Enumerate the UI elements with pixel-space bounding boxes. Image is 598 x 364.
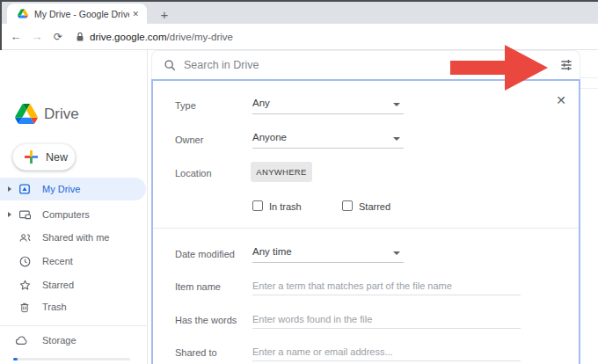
sidebar-item-label: Recent [42,256,73,266]
lock-icon [76,32,84,42]
sidebar-item-label: Storage [42,335,77,346]
new-button-label: New [46,151,68,164]
in-trash-checkbox[interactable] [252,200,263,211]
has-words-input[interactable] [252,309,521,329]
drive-logo-icon [15,104,38,124]
in-trash-label: In trash [269,201,302,212]
has-words-label: Has the words [175,315,237,325]
shared-to-label: Shared to [175,347,217,358]
sidebar: Drive New My Drive Computers [0,50,148,364]
browser-tab[interactable]: My Drive - Google Drive ✕ [7,4,147,24]
sidebar-item-label: My Drive [42,184,80,194]
back-icon[interactable]: ← [5,30,26,43]
type-value: Any [252,98,270,108]
date-modified-label: Date modified [175,249,235,259]
clock-icon [18,254,32,268]
window-edge-left [0,0,2,50]
shared-to-input[interactable] [252,342,521,361]
location-anywhere-chip[interactable]: ANYWHERE [251,162,312,182]
storage-progress-bar [13,358,130,360]
location-label: Location [175,168,212,178]
date-modified-value: Any time [252,246,292,257]
starred-label: Starred [359,201,390,212]
window-edge-top [0,0,598,2]
advanced-search-panel: ✕ Type Any Owner Anyone Location ANYWHER… [151,79,580,364]
forward-icon: → [26,30,47,43]
sidebar-item-label: Trash [42,302,67,312]
url-text: drive.google.com/drive/my-drive [90,32,233,42]
sidebar-item-shared-with-me[interactable]: Shared with me [0,226,146,249]
owner-value: Anyone [252,132,287,142]
shared-people-icon [18,230,32,244]
search-icon [164,59,177,72]
chevron-down-icon [393,251,400,255]
chevron-down-icon [393,103,400,106]
drive-logo: Drive [15,104,79,124]
owner-dropdown[interactable]: Anyone [252,129,404,149]
type-label: Type [175,100,196,111]
screenshot-root: My Drive - Google Drive ✕ + ← → ⟳ drive.… [0,0,598,364]
my-drive-icon [18,182,32,196]
expand-caret-icon[interactable] [8,212,11,217]
starred-checkbox[interactable] [342,200,353,211]
sidebar-item-computers[interactable]: Computers [0,203,146,226]
sidebar-divider [0,325,148,326]
sidebar-item-trash[interactable]: Trash [0,295,146,318]
panel-divider [153,228,579,229]
tab-title: My Drive - Google Drive [34,9,129,19]
new-tab-button[interactable]: + [156,5,173,23]
search-input[interactable] [184,59,553,71]
computers-icon [18,207,32,222]
plus-multicolor-icon [24,149,39,164]
drive-favicon-icon [18,9,28,18]
sidebar-item-label: Computers [42,209,90,220]
browser-toolbar: ← → ⟳ drive.google.com/drive/my-drive [0,24,598,50]
url-path: /drive/my-drive [167,32,233,42]
sidebar-item-starred[interactable]: Starred [0,273,146,296]
owner-label: Owner [175,135,203,145]
reload-icon[interactable]: ⟳ [47,31,69,43]
storage-progress-fill [13,358,18,360]
panel-close-icon[interactable]: ✕ [551,91,571,110]
sidebar-item-recent[interactable]: Recent [0,250,146,273]
item-name-input[interactable] [252,276,521,295]
url-host: drive.google.com [90,32,167,42]
date-modified-dropdown[interactable]: Any time [252,244,404,263]
background-line [580,77,598,78]
sidebar-item-label: Shared with me [42,232,109,243]
search-bar[interactable] [151,50,580,79]
expand-caret-icon[interactable] [8,186,11,192]
item-name-label: Item name [175,281,221,292]
star-icon [18,278,32,292]
cloud-icon [15,333,29,347]
sidebar-item-label: Starred [42,280,74,290]
tune-filter-icon [559,58,573,72]
address-bar[interactable]: drive.google.com/drive/my-drive [76,32,233,42]
chevron-down-icon [393,137,400,141]
browser-tabstrip: My Drive - Google Drive ✕ + [0,0,598,24]
type-dropdown[interactable]: Any [252,95,404,114]
sidebar-item-my-drive[interactable]: My Drive [0,178,146,200]
trash-icon [18,300,32,314]
drive-logo-text: Drive [44,106,79,123]
tab-close-icon[interactable]: ✕ [129,8,142,20]
search-options-button[interactable] [553,58,580,72]
background-line [580,88,598,89]
new-button[interactable]: New [12,143,76,171]
sidebar-item-storage[interactable]: Storage [0,329,146,352]
